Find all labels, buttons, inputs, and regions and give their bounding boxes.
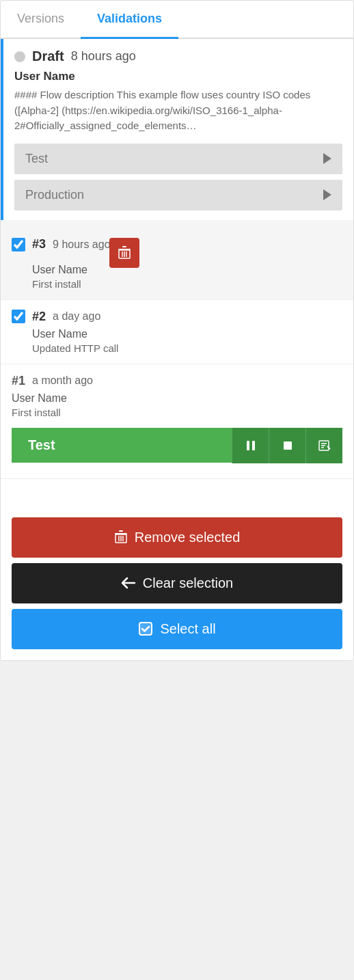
test-logs-button[interactable] — [305, 428, 342, 463]
env-test-button[interactable]: Test — [14, 144, 342, 174]
svg-rect-7 — [252, 441, 255, 450]
version-3-header: #3 9 hours ago — [12, 230, 342, 260]
trash-icon — [118, 245, 131, 260]
main-content: Draft 8 hours ago User Name #### Flow de… — [1, 39, 353, 660]
svg-rect-8 — [284, 441, 292, 450]
action-buttons-panel: Remove selected Clear selection Select a… — [1, 506, 353, 660]
svg-line-13 — [327, 446, 330, 449]
version-item-1: #1 a month ago User Name First install T… — [1, 364, 353, 479]
clear-selection-button[interactable]: Clear selection — [12, 563, 342, 603]
version-2-num: #2 — [32, 310, 46, 324]
play-icon — [323, 153, 331, 164]
tab-versions[interactable]: Versions — [1, 1, 81, 39]
draft-title: Draft — [32, 49, 64, 64]
version-2-desc: Updated HTTP call — [32, 342, 342, 354]
env-production-button[interactable]: Production — [14, 180, 342, 210]
version-3-time: 9 hours ago — [53, 239, 111, 251]
version-1-num: #1 — [12, 374, 25, 388]
check-all-icon — [138, 621, 153, 636]
draft-status-icon — [14, 51, 25, 62]
select-all-button[interactable]: Select all — [12, 609, 342, 649]
version-3-checkbox[interactable] — [12, 238, 25, 251]
clear-selection-label: Clear selection — [143, 575, 233, 591]
version-item-3: #3 9 hours ago User Name First install — [1, 220, 353, 300]
draft-user: User Name — [14, 70, 342, 83]
version-3-num: #3 — [32, 237, 46, 251]
stop-icon — [282, 440, 293, 451]
version-item-2: #2 a day ago User Name Updated HTTP call — [1, 300, 353, 364]
play-icon — [323, 189, 331, 200]
test-runner-bar: Test — [12, 428, 342, 463]
tab-validations[interactable]: Validations — [81, 1, 178, 39]
version-1-user: User Name — [12, 392, 342, 405]
logs-icon — [318, 439, 331, 452]
version-2-user: User Name — [32, 328, 342, 340]
draft-section: Draft 8 hours ago User Name #### Flow de… — [1, 39, 353, 220]
select-all-label: Select all — [160, 621, 215, 637]
version-1-header: #1 a month ago — [12, 374, 342, 388]
svg-rect-6 — [247, 441, 249, 450]
env-test-label: Test — [25, 152, 48, 166]
version-2-checkbox[interactable] — [12, 310, 25, 323]
version-3-user: User Name — [32, 264, 342, 276]
version-3-desc: First install — [32, 278, 342, 290]
svg-rect-1 — [122, 246, 126, 247]
test-pause-button[interactable] — [232, 428, 269, 463]
version-3-delete-button[interactable] — [109, 238, 139, 268]
version-2-time: a day ago — [53, 310, 100, 323]
remove-selected-button[interactable]: Remove selected — [12, 517, 342, 558]
version-1-time: a month ago — [32, 375, 93, 387]
remove-selected-label: Remove selected — [135, 530, 241, 545]
back-arrow-icon — [121, 577, 136, 589]
test-stop-button[interactable] — [269, 428, 305, 463]
test-run-button[interactable]: Test — [12, 428, 232, 463]
env-production-label: Production — [25, 188, 84, 202]
remove-trash-icon — [114, 530, 128, 545]
draft-description: #### Flow description This example flow … — [14, 87, 342, 134]
svg-rect-21 — [139, 623, 152, 635]
draft-header: Draft 8 hours ago — [14, 49, 342, 64]
tabs-bar: Versions Validations — [1, 1, 353, 39]
pause-icon — [245, 439, 257, 452]
version-2-header: #2 a day ago — [12, 310, 342, 324]
main-container: Versions Validations Draft 8 hours ago U… — [0, 0, 354, 661]
svg-rect-15 — [119, 530, 123, 532]
version-1-desc: First install — [12, 407, 342, 418]
draft-time: 8 hours ago — [71, 49, 136, 64]
